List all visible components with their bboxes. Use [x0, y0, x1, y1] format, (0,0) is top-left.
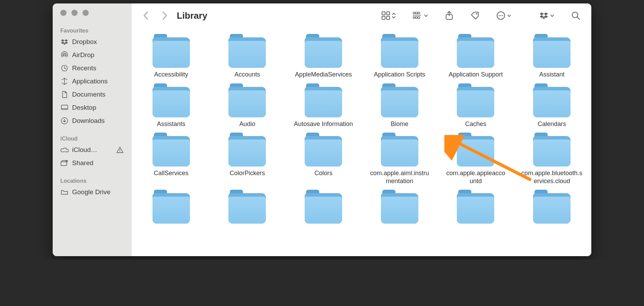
- minimize-button[interactable]: [71, 10, 78, 16]
- close-button[interactable]: [60, 10, 67, 16]
- sidebar-section-header: Favourites: [53, 26, 132, 35]
- folder-item[interactable]: [288, 190, 359, 229]
- svg-rect-18: [416, 17, 417, 18]
- sidebar-item-label: Applications: [72, 78, 107, 85]
- share-button[interactable]: [443, 10, 455, 21]
- svg-rect-14: [416, 12, 417, 14]
- folder-icon: [457, 87, 494, 117]
- folder-item[interactable]: AppleMediaServices: [288, 35, 359, 81]
- sidebar-item-airdrop[interactable]: AirDrop: [53, 48, 132, 62]
- folder-item[interactable]: Assistant: [516, 35, 587, 81]
- folder-label: Autosave Information: [294, 120, 353, 128]
- svg-rect-2: [61, 105, 68, 110]
- folder-label: Assistants: [157, 120, 185, 128]
- folder-gen-icon: [60, 188, 69, 196]
- folder-label: com.apple.bluetooth.services.cloud: [521, 169, 583, 185]
- folder-label: Audio: [239, 120, 255, 128]
- folder-icon: [228, 136, 266, 166]
- sidebar-item-applications[interactable]: Applications: [53, 75, 132, 88]
- view-icons-button[interactable]: [379, 10, 398, 21]
- sidebar-item-label: Documents: [72, 91, 105, 98]
- desktop-icon: [60, 104, 69, 112]
- svg-point-23: [498, 15, 499, 16]
- folder-item[interactable]: [516, 190, 587, 229]
- svg-point-24: [500, 15, 501, 16]
- window-controls: [53, 10, 132, 16]
- sidebar-item-documents[interactable]: Documents: [53, 88, 132, 101]
- sidebar-item-desktop[interactable]: Desktop: [53, 101, 132, 114]
- folder-grid-scroll[interactable]: AccessibilityAccountsAppleMediaServicesA…: [132, 28, 591, 256]
- nav-forward-button[interactable]: [159, 10, 170, 21]
- svg-point-25: [502, 15, 503, 16]
- folder-item[interactable]: Accessibility: [136, 35, 207, 81]
- folder-item[interactable]: Application Support: [441, 35, 511, 81]
- dropbox-toolbar-button[interactable]: [537, 10, 557, 21]
- folder-icon: [381, 87, 418, 117]
- sidebar-item-shared[interactable]: Shared: [53, 156, 132, 170]
- folder-item[interactable]: Assistants: [136, 84, 207, 131]
- clock-icon: [60, 64, 69, 72]
- folder-item[interactable]: Calendars: [516, 84, 587, 131]
- folder-icon: [381, 193, 418, 224]
- nav-back-button[interactable]: [141, 10, 151, 21]
- svg-rect-10: [386, 12, 390, 15]
- folder-item[interactable]: Colors: [288, 133, 359, 188]
- sidebar-item-label: iCloud…: [72, 146, 97, 154]
- folder-label: CallServices: [154, 169, 189, 177]
- sidebar-item-label: AirDrop: [72, 51, 94, 59]
- folder-item[interactable]: [364, 190, 435, 229]
- folder-item[interactable]: ColorPickers: [212, 133, 283, 188]
- folder-item[interactable]: [212, 190, 283, 229]
- sidebar-item-icloud-[interactable]: iCloud…: [53, 143, 132, 156]
- sidebar-section-header: iCloud: [53, 134, 132, 143]
- folder-item[interactable]: [136, 190, 207, 229]
- folder-icon: [305, 87, 342, 117]
- folder-item[interactable]: Application Scripts: [364, 35, 435, 81]
- folder-icon: [228, 37, 266, 68]
- folder-item[interactable]: Audio: [212, 84, 283, 131]
- group-by-button[interactable]: [410, 10, 430, 21]
- sidebar-item-downloads[interactable]: Downloads: [53, 114, 132, 127]
- finder-window: FavouritesDropboxAirDropRecentsApplicati…: [53, 3, 591, 256]
- sidebar-item-label: Dropbox: [72, 38, 97, 46]
- cloud-icon: [60, 146, 69, 154]
- folder-item[interactable]: com.apple.aiml.instrumentation: [364, 133, 435, 188]
- tag-button[interactable]: [468, 10, 482, 21]
- folder-label: ColorPickers: [229, 169, 265, 177]
- folder-icon: [153, 87, 190, 117]
- sidebar-item-recents[interactable]: Recents: [53, 62, 132, 75]
- folder-item[interactable]: Accounts: [212, 35, 283, 81]
- svg-rect-13: [413, 12, 415, 14]
- folder-label: AppleMediaServices: [295, 71, 352, 79]
- doc-icon: [60, 90, 69, 99]
- folder-item[interactable]: com.apple.bluetooth.services.cloud: [516, 133, 587, 188]
- toolbar: Library: [132, 3, 591, 28]
- folder-item[interactable]: com.apple.appleaccountd: [441, 133, 511, 188]
- folder-icon: [533, 87, 571, 117]
- folder-label: com.apple.appleaccountd: [444, 169, 507, 185]
- folder-icon: [305, 193, 342, 224]
- zoom-button[interactable]: [82, 10, 89, 16]
- folder-item[interactable]: CallServices: [136, 133, 207, 188]
- sidebar-item-google-drive[interactable]: Google Drive: [53, 186, 132, 199]
- svg-rect-7: [61, 162, 67, 165]
- folder-icon: [305, 37, 342, 68]
- dropbox-icon: [60, 38, 69, 46]
- search-button[interactable]: [569, 10, 582, 21]
- sidebar-item-dropbox[interactable]: Dropbox: [53, 35, 132, 48]
- folder-icon: [457, 193, 494, 224]
- more-actions-button[interactable]: [494, 10, 514, 21]
- svg-rect-11: [382, 16, 385, 19]
- folder-grid: AccessibilityAccountsAppleMediaServicesA…: [136, 35, 587, 229]
- folder-icon: [533, 136, 571, 166]
- folder-item[interactable]: [441, 190, 511, 229]
- svg-rect-12: [386, 16, 390, 19]
- svg-rect-15: [418, 12, 420, 14]
- folder-icon: [533, 193, 571, 224]
- sidebar-item-label: Google Drive: [72, 188, 111, 196]
- folder-icon: [533, 37, 571, 68]
- folder-item[interactable]: Caches: [441, 84, 511, 131]
- folder-item[interactable]: Autosave Information: [288, 84, 359, 131]
- folder-item[interactable]: Biome: [364, 84, 435, 131]
- sidebar: FavouritesDropboxAirDropRecentsApplicati…: [53, 3, 132, 256]
